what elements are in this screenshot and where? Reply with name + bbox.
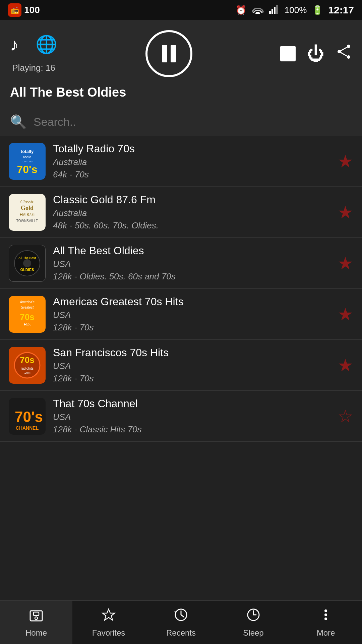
- svg-point-45: [324, 613, 327, 616]
- svg-text:.com: .com: [24, 371, 31, 374]
- svg-point-44: [324, 609, 327, 612]
- station-info: Classic Gold 87.6 Fm Australia 48k - 50s…: [53, 194, 330, 231]
- station-logo: 70's CHANNEL: [9, 398, 46, 435]
- station-name: That 70s Channel: [53, 397, 330, 410]
- station-name: All The Best Oldies: [53, 245, 330, 257]
- svg-text:70's: 70's: [17, 163, 38, 175]
- svg-text:Classic: Classic: [20, 199, 34, 204]
- svg-rect-2: [274, 7, 276, 14]
- more-icon: [318, 607, 333, 626]
- search-bar[interactable]: 🔍: [0, 108, 362, 136]
- status-bar-right: ⏰ 100% 🔋 12:17: [236, 4, 354, 16]
- nav-label-recents: Recents: [166, 628, 196, 638]
- station-item[interactable]: Classic Gold FM 87.6 TOWNSVILLE Classic …: [0, 187, 362, 238]
- station-item[interactable]: America's Greatest 70s Hits Americas Gre…: [0, 289, 362, 340]
- signal-icon: [269, 4, 279, 16]
- nav-item-recents[interactable]: Recents: [145, 601, 217, 644]
- battery-percent: 100%: [285, 5, 307, 15]
- station-name: Classic Gold 87.6 Fm: [53, 194, 330, 206]
- svg-line-7: [339, 46, 349, 52]
- status-bar-left: 📻 100: [8, 3, 40, 17]
- favorite-star[interactable]: ★: [338, 151, 353, 171]
- svg-marker-40: [103, 609, 115, 620]
- svg-text:70s: 70s: [20, 312, 34, 322]
- station-item[interactable]: All The Best OLDIES All The Best Oldies …: [0, 238, 362, 289]
- svg-text:CHANNEL: CHANNEL: [16, 425, 39, 431]
- recents-icon: [174, 607, 188, 626]
- favorite-star[interactable]: ★: [338, 202, 353, 222]
- station-country: USA: [53, 310, 330, 320]
- nav-item-more[interactable]: More: [290, 601, 362, 644]
- svg-rect-38: [34, 612, 39, 615]
- svg-text:70s: 70s: [20, 355, 34, 365]
- station-name: San Franciscos 70s Hits: [53, 346, 330, 359]
- pause-button[interactable]: [145, 30, 192, 77]
- svg-point-21: [23, 259, 31, 267]
- station-logo: All The Best OLDIES: [9, 245, 46, 282]
- station-title: All The Best Oldies: [10, 85, 352, 100]
- player-controls-row: ♪ 🌐 Playing: 16 ⏻: [10, 30, 352, 77]
- station-bitrate: 64k - 70s: [53, 169, 330, 180]
- station-country: Australia: [53, 157, 330, 167]
- svg-text:Gold: Gold: [21, 205, 34, 211]
- station-info: Americas Greatest 70s Hits USA 128k - 70…: [53, 296, 330, 333]
- nav-item-favorites[interactable]: Favorites: [72, 601, 145, 644]
- player-right-icons: ⏻: [280, 44, 352, 64]
- status-channel-count: 100: [24, 5, 40, 15]
- favorite-star[interactable]: ★: [338, 253, 353, 273]
- station-country: Australia: [53, 208, 330, 218]
- bottom-nav: Home Favorites Recents Sleep: [0, 600, 362, 644]
- favorite-star[interactable]: ★: [338, 304, 353, 324]
- station-bitrate: 128k - 70s: [53, 322, 330, 333]
- favorite-star[interactable]: ★: [338, 355, 353, 375]
- station-info: All The Best Oldies USA 128k - Oldies. 5…: [53, 245, 330, 282]
- globe-icon[interactable]: 🌐: [36, 34, 57, 55]
- svg-rect-3: [276, 5, 278, 14]
- music-note-icon[interactable]: ♪: [10, 35, 19, 55]
- station-list: totally radio .com.au 70's Totally Radio…: [0, 136, 362, 442]
- clock-time: 12:17: [328, 4, 354, 16]
- svg-text:America's: America's: [19, 300, 35, 304]
- station-bitrate: 128k - Oldies. 50s. 60s and 70s: [53, 271, 330, 282]
- station-name: Americas Greatest 70s Hits: [53, 296, 330, 308]
- power-icon[interactable]: ⏻: [307, 44, 324, 64]
- pause-bar-right: [171, 45, 176, 62]
- svg-point-46: [324, 618, 327, 620]
- nav-label-sleep: Sleep: [243, 628, 263, 638]
- stop-button[interactable]: [280, 46, 296, 61]
- svg-point-39: [35, 617, 38, 620]
- svg-text:OLDIES: OLDIES: [20, 268, 34, 272]
- nav-item-home[interactable]: Home: [0, 601, 72, 644]
- svg-text:totally: totally: [21, 149, 34, 154]
- station-info: That 70s Channel USA 128k - Classic Hits…: [53, 397, 330, 435]
- station-logo: Classic Gold FM 87.6 TOWNSVILLE: [9, 194, 46, 231]
- battery-icon: 🔋: [312, 5, 323, 15]
- player-header: ♪ 🌐 Playing: 16 ⏻: [0, 20, 362, 108]
- station-bitrate: 48k - 50s. 60s. 70s. Oldies.: [53, 220, 330, 231]
- pause-icon: [162, 45, 176, 62]
- favorite-star[interactable]: ☆: [338, 406, 353, 426]
- station-bitrate: 128k - Classic Hits 70s: [53, 424, 330, 435]
- svg-text:70's: 70's: [15, 409, 43, 425]
- svg-text:All The Best: All The Best: [18, 256, 36, 260]
- station-item[interactable]: totally radio .com.au 70's Totally Radio…: [0, 136, 362, 187]
- player-top-icons: ♪ 🌐: [10, 34, 57, 55]
- svg-line-8: [339, 52, 349, 57]
- station-item[interactable]: 70s radiohits .com San Franciscos 70s Hi…: [0, 340, 362, 391]
- station-logo: totally radio .com.au 70's: [9, 143, 46, 180]
- svg-rect-1: [272, 9, 273, 14]
- status-bar: 📻 100 ⏰ 100% 🔋 12:17: [0, 0, 362, 20]
- nav-item-sleep[interactable]: Sleep: [217, 601, 290, 644]
- bottom-spacer: [0, 442, 362, 489]
- nav-label-more: More: [317, 628, 335, 638]
- svg-text:TOWNSVILLE: TOWNSVILLE: [16, 219, 38, 223]
- station-info: San Franciscos 70s Hits USA 128k - 70s: [53, 346, 330, 384]
- svg-text:Greatest: Greatest: [21, 306, 34, 309]
- station-logo: 70s radiohits .com: [9, 347, 46, 384]
- share-icon[interactable]: [336, 44, 352, 64]
- station-item[interactable]: 70's CHANNEL That 70s Channel USA 128k -…: [0, 391, 362, 442]
- svg-text:Hits: Hits: [24, 322, 31, 327]
- search-input[interactable]: [34, 115, 352, 128]
- station-name: Totally Radio 70s: [53, 143, 330, 155]
- home-icon: [29, 607, 44, 626]
